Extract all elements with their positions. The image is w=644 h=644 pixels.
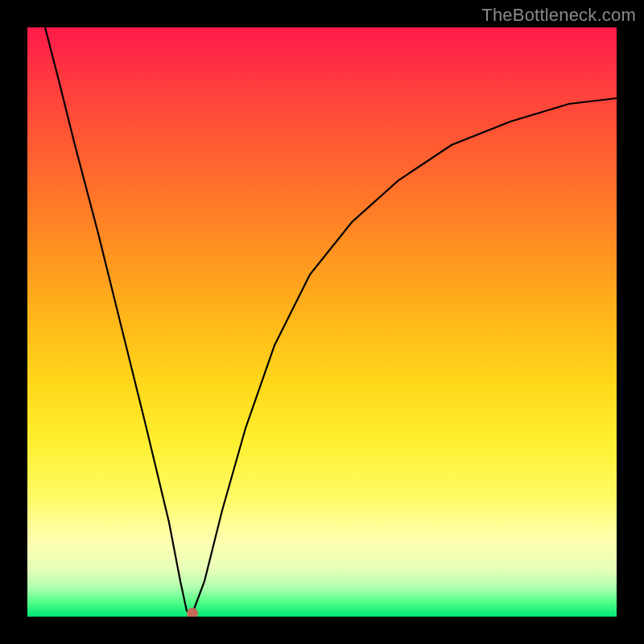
chart-frame: TheBottleneck.com (0, 0, 644, 644)
minimum-marker (187, 608, 198, 617)
curve-layer (27, 27, 617, 617)
plot-area (27, 27, 617, 617)
watermark-text: TheBottleneck.com (481, 5, 636, 26)
bottleneck-curve (45, 27, 617, 613)
